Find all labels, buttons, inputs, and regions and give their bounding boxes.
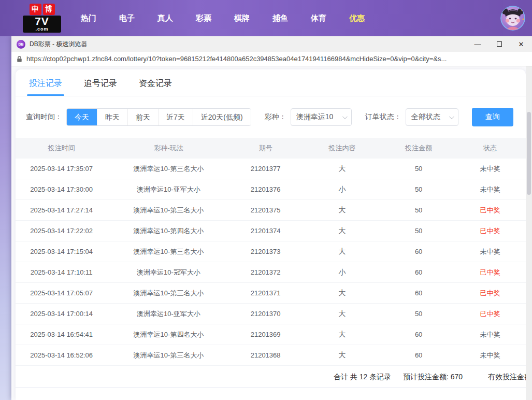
col-game-play: 彩种-玩法 (107, 144, 229, 153)
cell-period: 21201371 (230, 289, 301, 297)
tab-bet-records[interactable]: 投注记录 (29, 78, 62, 96)
nav-item-promo[interactable]: 优惠 (338, 0, 376, 36)
cell-status: 已中奖 (454, 268, 526, 277)
tab-fund-records[interactable]: 资金记录 (139, 78, 172, 96)
chevron-down-icon (449, 114, 454, 119)
cell-game-play: 澳洲幸运10-第三名大小 (107, 164, 229, 174)
chevron-down-icon (342, 114, 348, 119)
cell-status: 未中奖 (454, 164, 526, 174)
cell-bet-time: 2025-03-14 17:22:02 (16, 227, 107, 235)
cell-period: 21201372 (230, 268, 301, 276)
cell-bet-content: 大 (301, 330, 383, 339)
cell-bet-amount: 60 (383, 248, 454, 255)
lottery-filter-label: 彩种： (265, 112, 286, 122)
col-bet-amount: 投注金额 (383, 144, 454, 153)
cell-status: 已中奖 (454, 289, 526, 298)
filter-bar: 查询时间： 今天 昨天 前天 近7天 近20天(低频) 彩种： 澳洲幸运10 订… (26, 108, 526, 126)
cell-bet-amount: 50 (383, 185, 454, 193)
page-viewport: 投注记录 追号记录 资金记录 查询时间： 今天 昨天 前天 近7天 近20天(低… (11, 66, 532, 400)
nav-item-hot[interactable]: 热门 (69, 0, 108, 36)
logo-tile-shen: 申 (30, 4, 41, 15)
user-avatar[interactable] (500, 6, 525, 31)
bet-records-table: 投注时间 彩种-玩法 期号 投注内容 投注金额 状态 2025-03-14 17… (16, 138, 526, 388)
table-row: 2025-03-14 17:15:04 澳洲幸运10-第三名大小 2120137… (16, 241, 526, 262)
cell-bet-content: 大 (301, 226, 383, 236)
nav-item-electronic[interactable]: 电子 (108, 0, 146, 36)
maximize-icon[interactable] (488, 36, 510, 52)
address-bar[interactable]: https://ctop02pchwp1.zfnc84.com/lottery/… (11, 52, 532, 66)
order-status-select[interactable]: 全部状态 (406, 108, 458, 126)
minimize-icon[interactable]: — (467, 36, 488, 52)
logo-com-text: .com (24, 27, 60, 32)
cell-period: 21201368 (230, 351, 301, 359)
cell-bet-content: 大 (301, 289, 383, 298)
main-nav: 热门 电子 真人 彩票 棋牌 捕鱼 体育 优惠 (69, 0, 376, 36)
cell-game-play: 澳洲幸运10-冠军大小 (107, 268, 229, 277)
cell-bet-time: 2025-03-14 17:10:11 (16, 268, 107, 276)
records-panel: 投注记录 追号记录 资金记录 查询时间： 今天 昨天 前天 近7天 近20天(低… (16, 69, 526, 400)
nav-item-sports[interactable]: 体育 (299, 0, 338, 36)
nav-item-chess[interactable]: 棋牌 (223, 0, 261, 36)
time-option-7days[interactable]: 近7天 (158, 109, 193, 125)
table-row: 2025-03-14 17:22:02 澳洲幸运10-第四名大小 2120137… (16, 221, 526, 241)
cell-bet-amount: 50 (383, 165, 454, 173)
cell-game-play: 澳洲幸运10-亚军大小 (107, 309, 229, 319)
cell-period: 21201369 (230, 331, 301, 338)
cell-bet-amount: 50 (383, 310, 454, 318)
cell-bet-amount: 60 (383, 289, 454, 297)
lock-icon (17, 55, 22, 63)
time-option-20days[interactable]: 近20天(低频) (193, 109, 251, 125)
cell-status: 未中奖 (454, 247, 526, 256)
order-status-label: 订单状态： (365, 112, 401, 122)
cell-bet-content: 大 (301, 164, 383, 174)
col-bet-time: 投注时间 (16, 144, 107, 153)
vertical-scrollbar[interactable] (526, 66, 532, 400)
site-logo: 申 博 7V .com (23, 4, 61, 33)
time-option-yesterday[interactable]: 昨天 (97, 109, 127, 125)
cell-period: 21201373 (230, 248, 301, 255)
cell-bet-amount: 50 (383, 206, 454, 214)
time-option-today[interactable]: 今天 (67, 109, 97, 125)
col-period: 期号 (230, 144, 301, 153)
table-row: 2025-03-14 16:54:41 澳洲幸运10-第四名大小 2120136… (16, 324, 526, 345)
cell-status: 已中奖 (454, 226, 526, 236)
cell-bet-content: 大 (301, 309, 383, 319)
table-row: 2025-03-14 17:10:11 澳洲幸运10-冠军大小 21201372… (16, 262, 526, 283)
cell-game-play: 澳洲幸运10-第三名大小 (107, 247, 229, 256)
cell-bet-amount: 60 (383, 331, 454, 338)
time-option-day-before[interactable]: 前天 (127, 109, 158, 125)
cell-bet-content: 小 (301, 185, 383, 194)
order-status-value: 全部状态 (411, 112, 440, 122)
table-row: 2025-03-14 17:27:14 澳洲幸运10-第三名大小 2120137… (16, 200, 526, 221)
lottery-select[interactable]: 澳洲幸运10 (291, 108, 352, 126)
scrollbar-thumb[interactable] (527, 112, 531, 195)
cell-bet-amount: 50 (383, 227, 454, 235)
cell-bet-time: 2025-03-14 17:35:07 (16, 165, 107, 173)
cell-bet-time: 2025-03-14 17:30:00 (16, 185, 107, 193)
cell-game-play: 澳洲幸运10-第三名大小 (107, 206, 229, 215)
cell-bet-time: 2025-03-14 16:54:41 (16, 331, 107, 338)
lottery-select-value: 澳洲幸运10 (296, 112, 334, 122)
cell-period: 21201376 (230, 185, 301, 193)
cell-bet-amount: 60 (383, 268, 454, 276)
cell-game-play: 澳洲幸运10-第四名大小 (107, 226, 229, 236)
cell-game-play: 澳洲幸运10-第三名大小 (107, 289, 229, 298)
cell-bet-content: 小 (301, 268, 383, 277)
browser-favicon-icon: DB (17, 40, 25, 49)
close-icon[interactable]: ✕ (510, 36, 532, 52)
table-row: 2025-03-14 16:52:06 澳洲幸运10-第三名大小 2120136… (16, 345, 526, 366)
col-status: 状态 (454, 144, 526, 153)
nav-item-live[interactable]: 真人 (146, 0, 184, 36)
table-row: 2025-03-14 17:00:14 澳洲幸运10-亚军大小 21201370… (16, 304, 526, 324)
logo-tile-bo: 博 (43, 4, 55, 15)
cell-period: 21201370 (230, 310, 301, 318)
tab-chase-records[interactable]: 追号记录 (84, 78, 117, 96)
search-button[interactable]: 查询 (472, 108, 513, 126)
cell-status: 已中奖 (454, 309, 526, 319)
nav-item-fishing[interactable]: 捕鱼 (261, 0, 299, 36)
logo-7v-text: 7V (24, 16, 60, 27)
table-summary: 合计 共 12 条记录 预计投注金额: 670 有效投注金额 (16, 366, 526, 388)
nav-item-lottery[interactable]: 彩票 (184, 0, 223, 36)
cell-bet-amount: 60 (383, 351, 454, 359)
url-text: https://ctop02pchwp1.zfnc84.com/lottery/… (26, 55, 527, 63)
